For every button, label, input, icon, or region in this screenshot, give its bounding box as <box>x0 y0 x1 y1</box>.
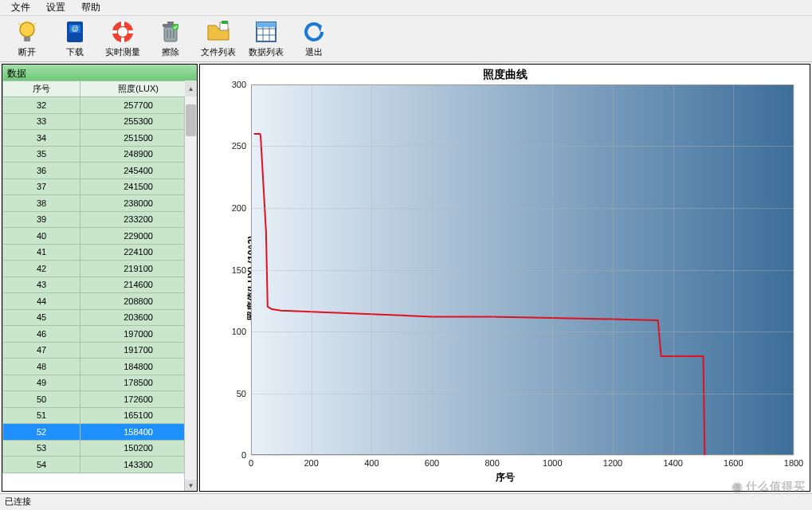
table-row[interactable]: 38238000 <box>3 195 197 212</box>
realtime-button[interactable]: 实时测量 <box>99 18 147 61</box>
exit-button[interactable]: 退出 <box>290 18 338 61</box>
filelist-button[interactable]: 文件列表 <box>194 18 242 61</box>
status-text: 已连接 <box>5 496 31 508</box>
back-icon <box>301 19 327 45</box>
erase-button[interactable]: 擦除 <box>147 18 194 61</box>
cell-lux: 158400 <box>80 424 197 441</box>
table-row[interactable]: 53150200 <box>3 440 197 457</box>
table-row[interactable]: 52158400 <box>3 424 197 441</box>
table-row[interactable]: 33255300 <box>3 113 197 130</box>
table-row[interactable]: 47191700 <box>3 342 197 359</box>
cell-id: 50 <box>3 391 80 408</box>
gridline-h <box>251 84 794 85</box>
gridline-v <box>733 84 734 455</box>
chart-title: 照度曲线 <box>200 68 810 82</box>
gridline-h <box>251 146 794 147</box>
table-row[interactable]: 48184800 <box>3 359 197 375</box>
menu-item-文件[interactable]: 文件 <box>3 0 38 16</box>
table-row[interactable]: 37241500 <box>3 178 197 195</box>
gridline-v <box>552 84 553 455</box>
cell-lux: 251500 <box>80 130 197 147</box>
svg-point-0 <box>20 22 34 37</box>
disconnect-button[interactable]: 断开 <box>3 18 51 61</box>
table-row[interactable]: 54143300 <box>3 457 197 473</box>
table-row[interactable]: 44208800 <box>3 293 197 310</box>
cell-id: 46 <box>3 326 80 343</box>
cell-id: 41 <box>3 244 80 261</box>
trash-icon <box>158 19 183 45</box>
svg-point-6 <box>118 27 127 37</box>
table-scrollbar[interactable]: ▲ ▼ <box>184 96 197 491</box>
xtick: 1600 <box>724 455 743 468</box>
xtick: 0 <box>249 455 253 468</box>
ytick: 100 <box>232 327 251 336</box>
sidebar-title: 数据 <box>2 65 197 80</box>
toolbar-label: 擦除 <box>162 46 179 58</box>
table-row[interactable]: 39233200 <box>3 211 197 228</box>
ytick: 50 <box>237 389 251 398</box>
cell-lux: 245400 <box>80 163 197 179</box>
scroll-down-arrow[interactable]: ▼ <box>185 480 197 491</box>
table-row[interactable]: 45203600 <box>3 309 197 326</box>
svg-text:@: @ <box>71 25 78 33</box>
cell-id: 52 <box>3 424 80 441</box>
cell-lux: 191700 <box>80 342 197 359</box>
table-row[interactable]: 40229000 <box>3 228 197 245</box>
table-row[interactable]: 49178500 <box>3 375 197 391</box>
cell-lux: 233200 <box>80 211 197 228</box>
table-row[interactable]: 35248900 <box>3 146 197 163</box>
table-header-1[interactable]: 照度(LUX) <box>80 81 197 97</box>
cell-lux: 208800 <box>80 293 197 310</box>
chart-panel: 照度曲线 照度值(LUX) (10^3) 0501001502002503000… <box>199 64 810 492</box>
svg-rect-12 <box>222 21 228 24</box>
table-row[interactable]: 32257700 <box>3 97 197 114</box>
xtick: 1800 <box>784 455 803 468</box>
cell-id: 40 <box>3 228 80 245</box>
toolbar-label: 下载 <box>66 46 84 58</box>
cell-lux: 197000 <box>80 326 197 343</box>
bulb-icon <box>14 19 40 45</box>
datalist-button[interactable]: 数据列表 <box>242 18 290 61</box>
gridline-v <box>492 84 493 455</box>
gridline-h <box>251 394 794 394</box>
table-row[interactable]: 41224100 <box>3 244 197 261</box>
data-table-wrapper: 序号照度(LUX) 322577003325530034251500352489… <box>2 80 197 491</box>
gridline-v <box>312 84 312 455</box>
cell-id: 51 <box>3 407 80 424</box>
scroll-thumb[interactable] <box>186 104 196 136</box>
cell-lux: 238000 <box>80 195 197 212</box>
table-row[interactable]: 50172600 <box>3 391 197 408</box>
gridline-h <box>251 332 794 332</box>
gridline-v <box>794 84 794 455</box>
cell-lux: 214600 <box>80 277 197 293</box>
table-header-0[interactable]: 序号 <box>3 81 80 97</box>
table-row[interactable]: 34251500 <box>3 130 197 147</box>
data-table[interactable]: 序号照度(LUX) 322577003325530034251500352489… <box>2 80 197 473</box>
chart-plot-area: 0501001502002503000200400600800100012001… <box>251 84 794 455</box>
gridline-v <box>613 84 614 455</box>
table-row[interactable]: 36245400 <box>3 163 197 179</box>
ytick: 250 <box>232 141 251 151</box>
scroll-up-arrow[interactable]: ▲ <box>185 80 197 96</box>
table-row[interactable]: 42219100 <box>3 261 197 277</box>
workarea: 数据 序号照度(LUX) 322577003325530034251500352… <box>0 62 812 493</box>
chart-xlabel: 序号 <box>200 471 810 484</box>
cell-id: 42 <box>3 261 80 277</box>
menu-item-设置[interactable]: 设置 <box>38 0 73 16</box>
gridline-h <box>251 208 794 209</box>
cell-lux: 248900 <box>80 146 197 163</box>
cell-id: 38 <box>3 195 80 212</box>
table-row[interactable]: 43214600 <box>3 277 197 293</box>
table-row[interactable]: 51165100 <box>3 407 197 424</box>
table-row[interactable]: 46197000 <box>3 326 197 343</box>
cell-id: 37 <box>3 178 80 195</box>
download-button[interactable]: @下载 <box>51 18 99 61</box>
cell-id: 32 <box>3 97 80 114</box>
ytick: 200 <box>232 203 251 213</box>
cell-lux: 229000 <box>80 228 197 245</box>
menu-item-帮助[interactable]: 帮助 <box>73 0 108 16</box>
grid-icon <box>253 19 279 45</box>
svg-rect-1 <box>24 37 30 41</box>
toolbar-label: 数据列表 <box>249 46 284 58</box>
statusbar: 已连接 <box>0 493 812 508</box>
